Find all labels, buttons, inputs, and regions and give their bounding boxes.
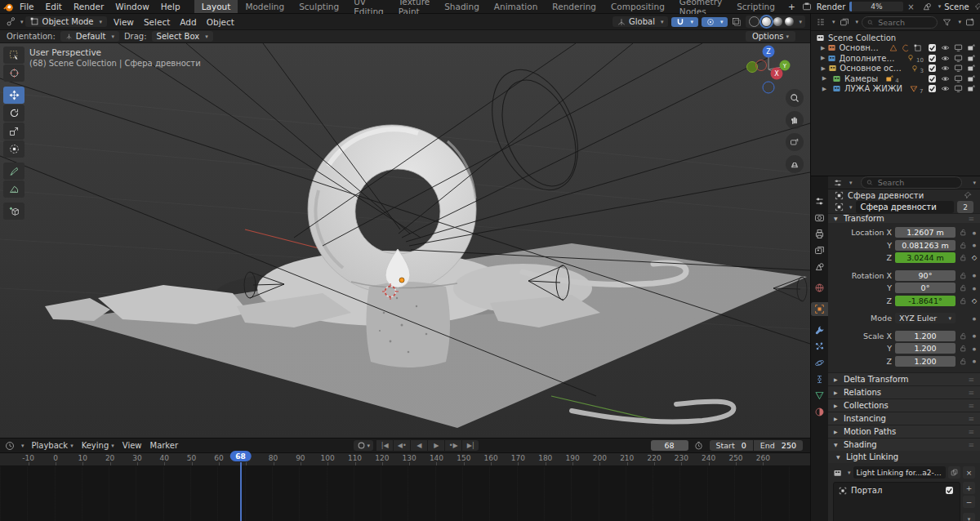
expand-icon[interactable]: ▶ (821, 75, 828, 82)
value-field[interactable]: 1.200 (895, 331, 956, 341)
properties-tab-render[interactable] (811, 211, 828, 225)
light-linking-panel-header[interactable]: ▼Light Linking (828, 451, 980, 463)
transport-prev-keyframe-button[interactable]: ◀• (394, 440, 410, 451)
object-id-chevron[interactable]: ▾ (849, 204, 853, 211)
viewport-menu-view[interactable]: View (109, 17, 139, 27)
item-checkbox[interactable] (943, 485, 955, 497)
current-frame-field[interactable]: 68 (651, 440, 688, 451)
tool-annotate[interactable] (3, 163, 24, 180)
drag-setting-dropdown[interactable]: Select Box▾ (152, 31, 213, 42)
workspace-tab-geometry-nodes[interactable]: Geometry Nodes (672, 0, 729, 13)
animate-dot-icon[interactable]: ● (970, 273, 978, 278)
scene-selector[interactable]: ▾ Scene × (920, 1, 980, 12)
lock-icon[interactable] (959, 332, 967, 340)
ll-collection-chevron[interactable]: ▾ (848, 470, 851, 476)
properties-options-chevron[interactable]: ▾ (973, 180, 976, 186)
expand-icon[interactable]: ▶ (821, 55, 825, 61)
navigation-gizmo[interactable]: Z X Y (742, 45, 799, 96)
render-cancel-button[interactable]: × (907, 2, 914, 11)
value-field[interactable]: 0.081263 m (895, 240, 956, 251)
expand-icon[interactable]: ▶ (821, 86, 828, 92)
ll-specials-button[interactable]: ▾ (963, 513, 975, 521)
properties-tab-output[interactable] (811, 227, 828, 241)
ll-add-button[interactable]: + (963, 482, 975, 494)
properties-tab-object[interactable] (811, 302, 828, 316)
mode-dropdown[interactable]: Object Mode▾ (25, 16, 108, 27)
tool-measure[interactable] (3, 180, 24, 198)
timeline-menu-playback[interactable]: Playback▾ (28, 441, 78, 450)
properties-tab-particles[interactable] (811, 340, 828, 354)
shading-rendered-icon[interactable] (785, 17, 794, 26)
workspace-tab-shading[interactable]: Shading (437, 0, 487, 13)
properties-search[interactable] (861, 176, 962, 189)
tool-move[interactable] (3, 87, 24, 104)
viewport-menu-add[interactable]: Add (175, 17, 201, 27)
transform-orientation-dropdown[interactable]: Global▾ (612, 16, 668, 27)
menu-file[interactable]: File (14, 2, 40, 11)
editor-type-icon[interactable] (5, 16, 16, 28)
outliner-filter-icon[interactable] (941, 16, 952, 28)
shading-solid-icon[interactable] (762, 17, 771, 26)
properties-tab-modifiers[interactable] (811, 323, 828, 337)
menu-window[interactable]: Window (109, 2, 154, 11)
use-preview-range-icon[interactable] (693, 440, 705, 452)
tool-scale[interactable] (3, 122, 24, 140)
timeline-editor-type-icon[interactable] (4, 440, 16, 452)
pin-icon[interactable] (973, 1, 980, 12)
workspace-tab-modeling[interactable]: Modeling (238, 0, 292, 13)
keyframe-diamond-icon[interactable]: ◇ (970, 254, 978, 261)
outliner-row-дополнительные-лайты[interactable]: ▶ Дополнительные лайты 10 (814, 53, 978, 64)
animate-dot-icon[interactable]: ● (970, 243, 978, 247)
shading-material-icon[interactable] (773, 17, 782, 26)
outliner-row-основные-объекты[interactable]: ▶ Основные объекты (814, 43, 978, 54)
workspace-tab-layout[interactable]: Layout (194, 0, 238, 13)
animate-dot-icon[interactable]: ● (970, 333, 978, 338)
properties-tab-view-layer[interactable] (811, 243, 828, 257)
lock-icon[interactable] (959, 254, 967, 261)
menu-help[interactable]: Help (155, 2, 186, 11)
workspace-tab-rendering[interactable]: Rendering (545, 0, 604, 13)
properties-tab-physics[interactable] (811, 356, 828, 370)
panel-collections[interactable]: ▶Collections≡ (828, 399, 980, 412)
object-name-field[interactable]: Сфера древности (856, 201, 954, 213)
animate-dot-icon[interactable]: ● (970, 230, 978, 235)
expand-icon[interactable]: ▶ (821, 45, 825, 51)
tool-rotate[interactable] (3, 105, 24, 122)
timeline-menu-keying[interactable]: Keying▾ (78, 441, 118, 450)
frame-end-field[interactable]: End250 (754, 440, 803, 451)
outliner-row-основное-освещение[interactable]: ▶ Основное освещение 3 (814, 64, 978, 74)
outliner-row-камеры[interactable]: ▶ Камеры 4 (814, 73, 978, 84)
lock-icon[interactable] (959, 229, 967, 236)
pin-id-icon[interactable] (962, 189, 973, 201)
timeline-ruler[interactable]: -100102030405060708090100110120130140150… (0, 453, 810, 466)
xray-toggle-icon[interactable] (731, 16, 742, 28)
animate-dot-icon[interactable]: ● (970, 358, 978, 363)
nav-pan-button[interactable] (786, 111, 804, 129)
menu-edit[interactable]: Edit (40, 2, 68, 11)
shading-options-chevron[interactable]: ▾ (799, 19, 802, 25)
workspace-tab-compositing[interactable]: Compositing (604, 0, 672, 13)
value-field[interactable]: 1.2607 m (895, 227, 956, 238)
nav-zoom-button[interactable] (786, 89, 804, 107)
workspace-tab-scripting[interactable]: Scripting (729, 0, 782, 13)
properties-tab-material[interactable] (811, 405, 828, 419)
playhead-frame-badge[interactable]: 68 (229, 451, 252, 461)
properties-tab-scene[interactable] (811, 260, 828, 274)
properties-tab-tool[interactable] (811, 194, 828, 208)
animate-dot-icon[interactable]: ● (970, 346, 978, 351)
timeline-menu-marker[interactable]: Marker (146, 441, 183, 450)
viewport-menu-select[interactable]: Select (139, 17, 175, 27)
ll-remove-button[interactable]: − (963, 496, 975, 508)
gizmo-neg-z[interactable] (763, 82, 774, 93)
snap-toggle[interactable]: ▾ (671, 17, 698, 27)
shading-wireframe-icon[interactable] (749, 16, 760, 27)
tool-add-cube[interactable] (3, 203, 24, 220)
outliner-search[interactable] (862, 16, 938, 29)
value-field[interactable]: 1.200 (895, 356, 956, 367)
transport-next-keyframe-button[interactable]: •▶ (445, 440, 461, 451)
value-field[interactable]: 0° (895, 283, 956, 293)
properties-search-input[interactable] (876, 177, 956, 188)
blender-logo-icon[interactable] (3, 1, 14, 12)
timeline-tracks[interactable] (0, 466, 810, 521)
panel-motion-paths[interactable]: ▶Motion Paths≡ (828, 425, 980, 438)
